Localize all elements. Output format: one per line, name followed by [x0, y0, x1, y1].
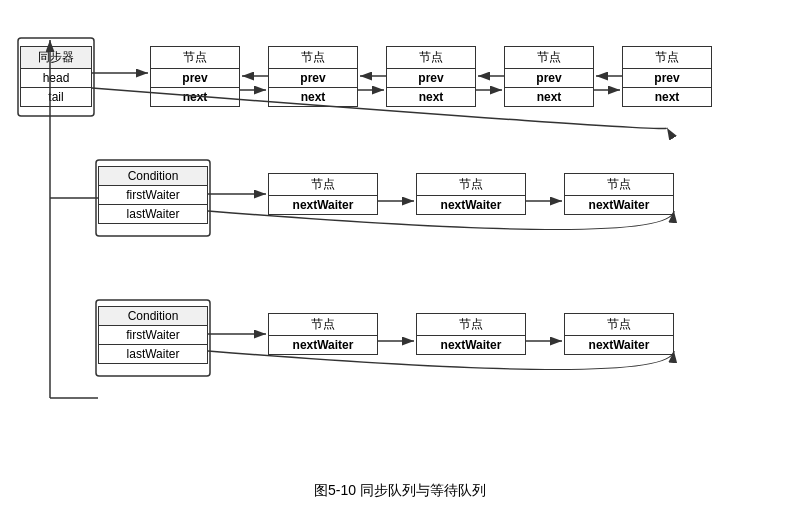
sync-tail: tail	[21, 88, 91, 106]
condition1-title: Condition	[99, 167, 207, 186]
node-r3-2-label: 节点	[565, 314, 673, 336]
condition1-last: lastWaiter	[99, 205, 207, 223]
node-r3-1: 节点 nextWaiter	[416, 313, 526, 355]
node-r1-0-prev: prev	[151, 69, 239, 88]
node-r1-1-label: 节点	[269, 47, 357, 69]
node-r1-2: 节点 prev next	[386, 46, 476, 107]
node-r1-1-next: next	[269, 88, 357, 106]
node-r2-0-label: 节点	[269, 174, 377, 196]
sync-head: head	[21, 69, 91, 88]
node-r1-2-next: next	[387, 88, 475, 106]
node-r2-2-label: 节点	[565, 174, 673, 196]
sync-title: 同步器	[21, 47, 91, 69]
node-r2-1-label: 节点	[417, 174, 525, 196]
condition2-last: lastWaiter	[99, 345, 207, 363]
node-r2-1-next: nextWaiter	[417, 196, 525, 214]
node-r1-4-next: next	[623, 88, 711, 106]
node-r1-4-prev: prev	[623, 69, 711, 88]
node-r3-0-label: 节点	[269, 314, 377, 336]
node-r3-0: 节点 nextWaiter	[268, 313, 378, 355]
node-r2-1: 节点 nextWaiter	[416, 173, 526, 215]
node-r2-0-next: nextWaiter	[269, 196, 377, 214]
node-r1-3-next: next	[505, 88, 593, 106]
node-r1-4: 节点 prev next	[622, 46, 712, 107]
node-r1-0-next: next	[151, 88, 239, 106]
node-r1-0-label: 节点	[151, 47, 239, 69]
node-r1-3-prev: prev	[505, 69, 593, 88]
node-r3-2: 节点 nextWaiter	[564, 313, 674, 355]
condition2-first: firstWaiter	[99, 326, 207, 345]
node-r3-2-next: nextWaiter	[565, 336, 673, 354]
node-r1-2-prev: prev	[387, 69, 475, 88]
node-r1-1: 节点 prev next	[268, 46, 358, 107]
node-r2-0: 节点 nextWaiter	[268, 173, 378, 215]
node-r1-4-label: 节点	[623, 47, 711, 69]
node-r2-2: 节点 nextWaiter	[564, 173, 674, 215]
sync-box: 同步器 head tail	[20, 46, 92, 107]
node-r1-3-label: 节点	[505, 47, 593, 69]
node-r1-0: 节点 prev next	[150, 46, 240, 107]
condition1-first: firstWaiter	[99, 186, 207, 205]
node-r3-1-next: nextWaiter	[417, 336, 525, 354]
node-r1-2-label: 节点	[387, 47, 475, 69]
condition-box-1: Condition firstWaiter lastWaiter	[98, 166, 208, 224]
node-r3-1-label: 节点	[417, 314, 525, 336]
caption: 图5-10 同步队列与等待队列	[314, 482, 486, 500]
node-r1-3: 节点 prev next	[504, 46, 594, 107]
condition-box-2: Condition firstWaiter lastWaiter	[98, 306, 208, 364]
node-r3-0-next: nextWaiter	[269, 336, 377, 354]
node-r1-1-prev: prev	[269, 69, 357, 88]
node-r2-2-next: nextWaiter	[565, 196, 673, 214]
diagram: 同步器 head tail 节点 prev next 节点 prev next …	[10, 18, 790, 478]
condition2-title: Condition	[99, 307, 207, 326]
